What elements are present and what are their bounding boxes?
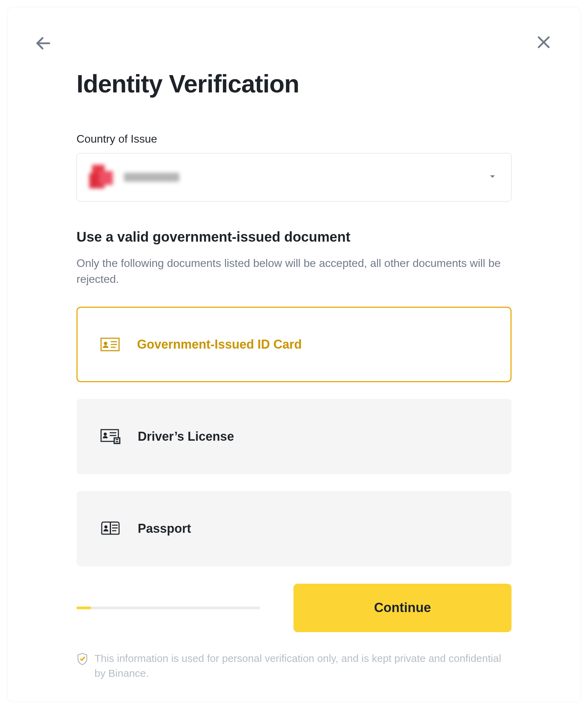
document-section-subtitle: Use a valid government-issued document: [76, 229, 512, 245]
document-section-helper: Only the following documents listed belo…: [76, 255, 512, 287]
id-card-icon: [100, 338, 120, 351]
country-flag-icon: [89, 165, 114, 190]
drivers-license-icon: [100, 429, 120, 444]
back-button[interactable]: [34, 34, 52, 54]
identity-verification-modal: Identity Verification Country of Issue U…: [7, 7, 581, 702]
footer-row: Continue: [76, 584, 512, 632]
disclaimer-text: This information is used for personal ve…: [94, 651, 512, 681]
passport-icon: [100, 521, 120, 536]
doc-option-label: Driver’s License: [138, 429, 234, 444]
doc-option-drivers-license[interactable]: Driver’s License: [76, 399, 512, 474]
doc-option-passport[interactable]: Passport: [76, 491, 512, 566]
svg-point-4: [104, 342, 107, 345]
country-name-redacted: [124, 173, 179, 182]
disclaimer: This information is used for personal ve…: [76, 651, 512, 681]
country-select[interactable]: [76, 153, 512, 201]
svg-rect-12: [114, 438, 120, 443]
doc-option-label: Government-Issued ID Card: [137, 337, 302, 352]
progress-bar: [76, 607, 260, 609]
svg-point-9: [104, 432, 107, 436]
country-label: Country of Issue: [76, 133, 512, 145]
shield-check-icon: [76, 652, 88, 665]
arrow-left-icon: [34, 34, 52, 52]
page-title: Identity Verification: [76, 70, 512, 98]
chevron-down-icon: [488, 172, 497, 183]
close-icon: [535, 34, 552, 51]
close-button[interactable]: [535, 34, 552, 52]
progress-fill: [76, 607, 91, 609]
doc-option-label: Passport: [138, 521, 191, 536]
svg-point-17: [105, 525, 108, 528]
continue-button[interactable]: Continue: [293, 584, 512, 632]
doc-option-id-card[interactable]: Government-Issued ID Card: [76, 307, 512, 382]
